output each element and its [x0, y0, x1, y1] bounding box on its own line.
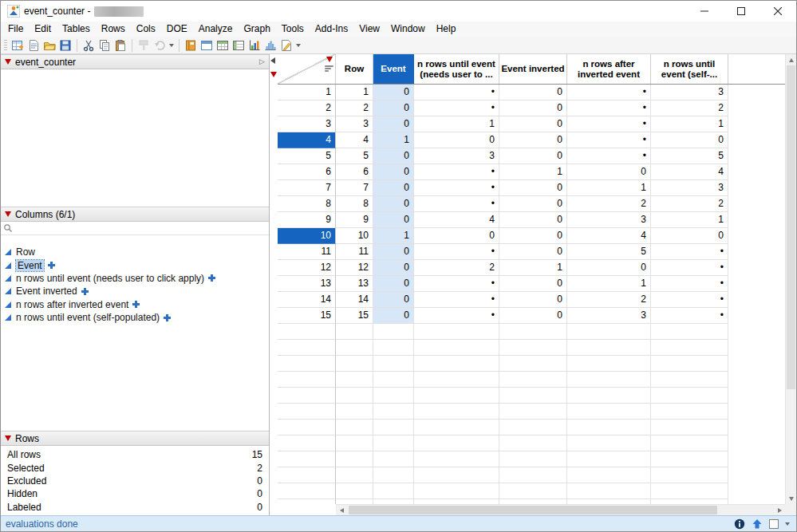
- table-cell[interactable]: 0: [499, 85, 567, 100]
- column-item-n-rows-until-event-apply[interactable]: n rows until event (needs user to click …: [1, 272, 269, 285]
- table-cell[interactable]: [651, 340, 728, 356]
- columns-search-row[interactable]: [1, 222, 269, 235]
- table-cell[interactable]: 3: [651, 85, 728, 100]
- table-cell[interactable]: 13: [336, 276, 373, 292]
- table-cell[interactable]: [414, 483, 499, 499]
- table-cell[interactable]: 0: [567, 260, 651, 276]
- script-editor-icon[interactable]: [278, 37, 294, 53]
- table-cell[interactable]: [414, 388, 499, 404]
- formula-plus-icon[interactable]: [81, 288, 89, 295]
- table-cell[interactable]: [567, 340, 651, 356]
- table-cell[interactable]: [373, 372, 414, 388]
- sort-filter-icon[interactable]: [325, 65, 333, 73]
- column-header-n-rows-self[interactable]: n rows until event (self-...: [651, 54, 728, 84]
- table-cell[interactable]: 2: [651, 100, 728, 116]
- table-cell[interactable]: 0: [373, 308, 414, 324]
- menu-tables[interactable]: Tables: [57, 22, 96, 37]
- table-cell[interactable]: •: [651, 308, 728, 324]
- table-cell[interactable]: 0: [499, 228, 567, 244]
- table-cell[interactable]: [499, 388, 567, 404]
- table-cell[interactable]: [373, 451, 414, 467]
- row-header[interactable]: 15: [278, 308, 336, 324]
- table-cell[interactable]: [336, 483, 373, 499]
- table-cell[interactable]: [414, 467, 499, 483]
- table-cell[interactable]: 0: [373, 260, 414, 276]
- table-cell[interactable]: [567, 324, 651, 340]
- journal-icon[interactable]: [183, 37, 199, 53]
- table-cell[interactable]: 0: [499, 100, 567, 116]
- table-cell[interactable]: 4: [567, 228, 651, 244]
- open-icon[interactable]: [41, 37, 57, 53]
- summary-table-icon[interactable]: [215, 37, 231, 53]
- table-cell[interactable]: 2: [336, 100, 373, 116]
- table-cell[interactable]: 5: [336, 148, 373, 164]
- table-cell[interactable]: [336, 420, 373, 435]
- table-panel-header[interactable]: event_counter ▷: [1, 54, 269, 69]
- table-cell[interactable]: •: [414, 292, 499, 308]
- table-cell[interactable]: 0: [373, 100, 414, 116]
- table-cell[interactable]: [336, 467, 373, 483]
- table-cell[interactable]: [336, 324, 373, 340]
- table-cell[interactable]: 0: [414, 228, 499, 244]
- table-cell[interactable]: •: [567, 100, 651, 116]
- table-cell[interactable]: •: [414, 164, 499, 180]
- table-cell[interactable]: [373, 420, 414, 435]
- column-item-n-rows-after-inverted[interactable]: n rows after inverted event: [1, 298, 269, 311]
- row-header[interactable]: [278, 340, 336, 356]
- table-cell[interactable]: 1: [373, 228, 414, 244]
- formula-plus-icon[interactable]: [164, 314, 171, 321]
- scroll-up-arrow-icon[interactable]: [786, 54, 796, 65]
- table-cell[interactable]: 4: [414, 212, 499, 228]
- copy-icon[interactable]: [97, 37, 112, 53]
- table-cell[interactable]: 5: [651, 148, 728, 164]
- table-cell[interactable]: [373, 340, 414, 356]
- table-cell[interactable]: •: [414, 100, 499, 116]
- table-cell[interactable]: 1: [373, 132, 414, 148]
- table-cell[interactable]: 0: [373, 244, 414, 260]
- row-header[interactable]: 2: [278, 100, 336, 116]
- row-header[interactable]: [278, 435, 336, 451]
- table-cell[interactable]: •: [414, 85, 499, 100]
- horizontal-scrollbar[interactable]: [336, 504, 785, 515]
- new-script-icon[interactable]: [26, 37, 41, 53]
- table-cell[interactable]: [336, 340, 373, 356]
- table-cell[interactable]: 4: [336, 132, 373, 148]
- menu-analyze[interactable]: Analyze: [193, 22, 239, 37]
- table-cell[interactable]: 0: [373, 116, 414, 132]
- info-icon[interactable]: [734, 518, 745, 530]
- close-button[interactable]: [760, 1, 796, 22]
- table-cell[interactable]: 1: [499, 164, 567, 180]
- row-header[interactable]: 11: [278, 244, 336, 260]
- column-item-n-rows-until-self[interactable]: n rows until event (self-populated): [1, 311, 269, 324]
- table-cell[interactable]: 4: [651, 164, 728, 180]
- table-cell[interactable]: [336, 404, 373, 420]
- table-cell[interactable]: [499, 372, 567, 388]
- row-header[interactable]: 7: [278, 180, 336, 196]
- scroll-down-arrow-icon[interactable]: [786, 493, 796, 504]
- table-cell[interactable]: •: [567, 132, 651, 148]
- table-cell[interactable]: [336, 388, 373, 404]
- table-cell[interactable]: 12: [336, 260, 373, 276]
- table-cell[interactable]: [373, 356, 414, 372]
- panel-expand-arrow-icon[interactable]: ▷: [259, 58, 265, 65]
- table-cell[interactable]: [373, 435, 414, 451]
- table-cell[interactable]: 6: [336, 164, 373, 180]
- table-cell[interactable]: •: [414, 244, 499, 260]
- table-cell[interactable]: •: [567, 116, 651, 132]
- column-header-event-inverted[interactable]: Event inverted: [499, 54, 567, 84]
- table-cell[interactable]: [567, 404, 651, 420]
- table-cell[interactable]: [651, 483, 728, 499]
- graph-builder-icon[interactable]: [247, 37, 262, 53]
- table-cell[interactable]: 0: [373, 180, 414, 196]
- table-cell[interactable]: 1: [567, 180, 651, 196]
- menu-tools[interactable]: Tools: [276, 22, 310, 37]
- window-box-icon[interactable]: [769, 519, 779, 529]
- table-cell[interactable]: 7: [336, 180, 373, 196]
- menu-addins[interactable]: Add-Ins: [310, 22, 353, 37]
- row-header[interactable]: 13: [278, 276, 336, 292]
- table-cell[interactable]: [414, 404, 499, 420]
- row-header[interactable]: [278, 356, 336, 372]
- row-header[interactable]: 14: [278, 292, 336, 308]
- table-cell[interactable]: 0: [373, 148, 414, 164]
- toolbar-overflow-chevron[interactable]: [168, 37, 176, 53]
